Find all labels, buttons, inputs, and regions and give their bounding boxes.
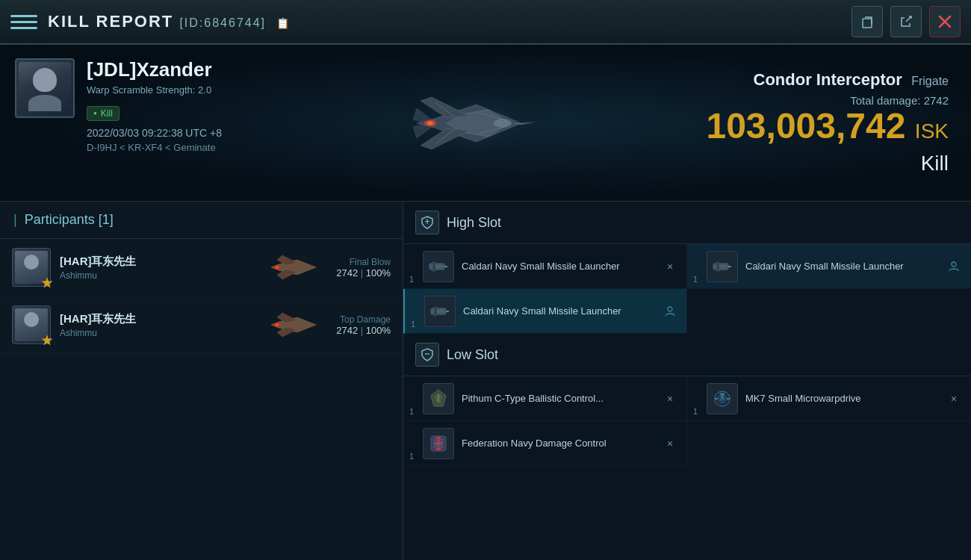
header: KILL REPORT [ID:6846744] 📋	[0, 0, 971, 45]
equip-item[interactable]: 1 Pithum C-Type Ballistic Control... ×	[403, 376, 687, 421]
kill-badge: Kill	[87, 106, 120, 121]
isk-value: 103,003,742	[706, 106, 905, 146]
item-remove-button[interactable]: ×	[663, 259, 677, 274]
ship-image	[372, 63, 581, 183]
title-id: [ID:6846744]	[179, 16, 266, 29]
kill-location: D-I9HJ < KR-XF4 < Geminate	[87, 142, 246, 153]
participant-avatar	[12, 248, 51, 287]
kill-banner: [JDL]Xzander Warp Scramble Strength: 2.0…	[0, 45, 971, 202]
participant-info: [HAR]耳东先生 Ashimmu	[60, 255, 251, 281]
equip-item[interactable]: 1 MK7 Small Microwarpdrive ×	[687, 376, 971, 421]
participant-face	[15, 251, 48, 284]
participants-panel: Participants [1] [HAR]耳东先生 Ashimmu	[0, 202, 403, 560]
participant-avatar	[12, 305, 51, 344]
total-damage-label: Total damage:	[850, 94, 920, 107]
participant-ship: Ashimmu	[60, 328, 251, 338]
total-damage-line: Total damage: 2742	[706, 94, 949, 107]
low-slot-label: Low Slot	[447, 347, 498, 363]
equip-item[interactable]: 1 Caldari Navy Small Missile Launcher	[403, 289, 687, 334]
ballistic-icon	[423, 383, 454, 414]
stat-damage: 2742	[336, 325, 358, 336]
svg-point-15	[494, 119, 512, 128]
svg-point-22	[276, 267, 279, 269]
item-name: Federation Navy Damage Control	[462, 437, 663, 450]
ashimmu-icon	[264, 249, 323, 285]
svg-rect-0	[863, 19, 872, 28]
item-remove-button[interactable]: ×	[663, 391, 677, 406]
total-damage-value: 2742	[924, 94, 949, 107]
item-name: Caldari Navy Small Missile Launcher	[463, 305, 663, 318]
participants-title: Participants [1]	[25, 212, 114, 228]
svg-rect-55	[436, 437, 441, 439]
warp-scramble: Warp Scramble Strength: 2.0	[87, 84, 246, 96]
participant-name: [HAR]耳东先生	[60, 312, 251, 326]
ship-name: Condor Interceptor	[754, 70, 902, 89]
item-name: Caldari Navy Small Missile Launcher	[462, 260, 663, 273]
isk-unit: ISK	[915, 119, 949, 143]
participant-stats: Final Blow 2742 | 100%	[336, 257, 391, 279]
pilot-details: [JDL]Xzander Warp Scramble Strength: 2.0…	[87, 58, 246, 153]
participant-info: [HAR]耳东先生 Ashimmu	[60, 312, 251, 338]
svg-rect-40	[434, 307, 437, 316]
equip-item[interactable]: 1 Caldari Navy Small Missile Launcher	[687, 244, 971, 289]
copy-button[interactable]	[851, 6, 883, 37]
item-remove-button[interactable]: ×	[946, 391, 961, 406]
svg-rect-31	[432, 262, 435, 271]
equip-item[interactable]: 1 Caldari Navy Small Missile Launcher ×	[403, 244, 687, 289]
launcher-icon	[423, 251, 454, 282]
pilot-name: [JDL]Xzander	[87, 58, 246, 81]
item-person-button[interactable]	[946, 259, 961, 274]
ashimmu-icon-2	[264, 307, 323, 343]
main-content: Participants [1] [HAR]耳东先生 Ashimmu	[0, 202, 971, 560]
svg-point-27	[276, 324, 279, 326]
svg-point-36	[952, 262, 956, 267]
equip-item[interactable]: 1 Federation Navy Damage Control ×	[403, 421, 687, 466]
export-button[interactable]	[890, 6, 922, 37]
participant-card[interactable]: [HAR]耳东先生 Ashimmu Final Blow 2742 | 100%	[0, 239, 403, 296]
equipment-panel: High Slot 1 Caldari Navy Small Missile L…	[403, 202, 971, 560]
shield-icon	[420, 215, 435, 230]
item-name: MK7 Small Microwarpdrive	[745, 392, 946, 405]
pilot-info: [JDL]Xzander Warp Scramble Strength: 2.0…	[0, 45, 261, 201]
mwd-icon	[707, 383, 738, 414]
participant-ship: Ashimmu	[60, 270, 251, 281]
kill-datetime: 2022/03/03 09:22:38 UTC +8	[87, 127, 246, 139]
launcher-icon	[707, 251, 738, 282]
close-icon	[938, 15, 952, 28]
item-remove-button[interactable]: ×	[663, 436, 677, 451]
participant-name: [HAR]耳东先生	[60, 255, 251, 269]
high-slot-grid: 1 Caldari Navy Small Missile Launcher × …	[403, 244, 971, 334]
shield-down-icon	[420, 347, 435, 362]
stat-damage: 2742	[336, 267, 358, 279]
low-slot-grid: 1 Pithum C-Type Ballistic Control... × 1	[403, 376, 971, 466]
participant-stats: Top Damage 2742 | 100%	[336, 314, 391, 336]
participant-ship-image	[260, 249, 327, 286]
item-person-button[interactable]	[663, 304, 677, 319]
svg-point-41	[668, 307, 672, 311]
person-icon	[664, 305, 676, 317]
close-button[interactable]	[929, 6, 961, 37]
damage-control-icon	[423, 428, 454, 459]
participant-ship-image	[260, 306, 327, 343]
low-slot-icon	[415, 343, 439, 367]
ship-class: Frigate	[911, 75, 949, 87]
ship-type-line: Condor Interceptor Frigate	[706, 70, 949, 90]
low-slot-header: Low Slot	[403, 334, 971, 376]
svg-rect-56	[436, 448, 441, 450]
stat-label: Final Blow	[336, 257, 391, 267]
participants-header: Participants [1]	[0, 202, 403, 239]
person-icon	[948, 261, 960, 273]
stat-percent: 100%	[366, 267, 391, 279]
item-name: Pithum C-Type Ballistic Control...	[462, 392, 663, 405]
stat-percent: 100%	[366, 325, 391, 336]
avatar	[15, 58, 75, 118]
participant-face	[15, 308, 48, 341]
stat-label: Top Damage	[336, 314, 391, 325]
high-slot-header: High Slot	[403, 202, 971, 244]
high-slot-label: High Slot	[447, 215, 501, 231]
menu-icon[interactable]	[10, 8, 37, 35]
participant-card[interactable]: [HAR]耳东先生 Ashimmu Top Damage 2742 | 100%	[0, 296, 403, 354]
launcher-icon	[424, 296, 456, 327]
avatar-face	[19, 62, 71, 114]
svg-rect-35	[716, 262, 719, 271]
